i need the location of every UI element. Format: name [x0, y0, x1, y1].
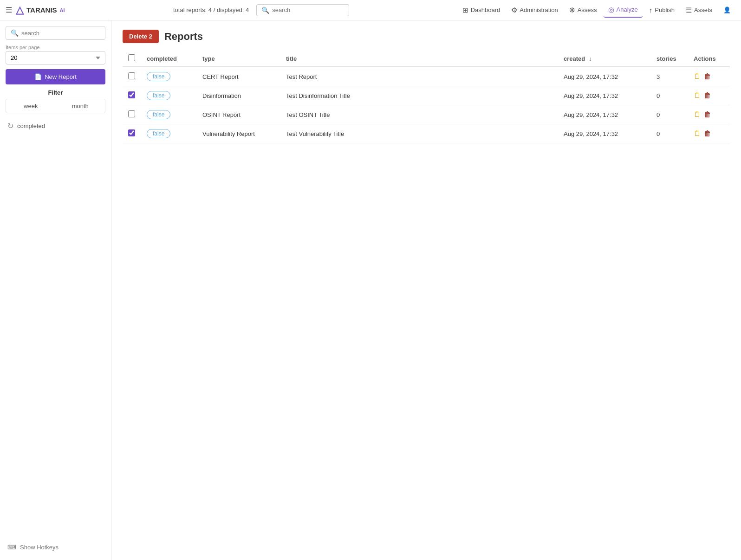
brand: △ TARANIS AI	[16, 4, 65, 16]
th-completed: completed	[141, 51, 197, 67]
nav-item-administration-label: Administration	[520, 6, 558, 13]
nav-item-assess-label: Assess	[578, 6, 597, 13]
cell-checkbox-2	[123, 105, 141, 124]
cell-created-3: Aug 29, 2024, 17:32	[558, 124, 651, 143]
cell-created-1: Aug 29, 2024, 17:32	[558, 86, 651, 105]
cell-actions-3: 🗒 🗑	[688, 124, 730, 143]
completed-badge-3: false	[147, 129, 170, 138]
filter-tabs: week month	[6, 99, 105, 113]
sidebar-footer: ⌨ Show Hotkeys	[6, 540, 105, 554]
cell-completed-2: false	[141, 105, 197, 124]
assets-icon: ☰	[686, 6, 692, 14]
search-icon: 🔍	[261, 6, 269, 14]
sidebar-search-wrapper[interactable]: 🔍	[6, 26, 105, 40]
cell-completed-1: false	[141, 86, 197, 105]
show-hotkeys[interactable]: ⌨ Show Hotkeys	[6, 540, 105, 554]
nav-item-assess[interactable]: ❋ Assess	[565, 3, 602, 17]
nav-item-assets[interactable]: ☰ Assets	[681, 3, 717, 17]
nav-item-dashboard-label: Dashboard	[471, 6, 500, 13]
table-header: completed type title created ↓ stories A…	[123, 51, 730, 67]
filter-tab-month[interactable]: month	[56, 99, 105, 113]
cell-type-0: CERT Report	[197, 67, 280, 86]
completed-badge-1: false	[147, 91, 170, 100]
cell-checkbox-3	[123, 124, 141, 143]
row-checkbox-1[interactable]	[128, 91, 135, 98]
delete-row-icon-2[interactable]: 🗑	[704, 110, 711, 119]
action-icons-0: 🗒 🗑	[694, 72, 724, 81]
table-row: false Vulnerability Report Test Vulnerab…	[123, 124, 730, 143]
administration-icon: ⚙	[511, 6, 517, 14]
cell-stories-3: 0	[651, 124, 688, 143]
row-checkbox-0[interactable]	[128, 72, 135, 79]
main-header: Delete 2 Reports	[123, 30, 730, 43]
th-created[interactable]: created ↓	[558, 51, 651, 67]
sidebar-search-icon: 🔍	[11, 29, 19, 37]
topnav-search[interactable]: 🔍	[256, 4, 349, 16]
nav-item-publish[interactable]: ↑ Publish	[644, 3, 679, 17]
copy-icon-0[interactable]: 🗒	[694, 72, 701, 81]
sort-created-icon: ↓	[589, 55, 592, 62]
hotkeys-icon: ⌨	[7, 544, 16, 551]
nav-item-administration[interactable]: ⚙ Administration	[507, 3, 562, 17]
layout: 🔍 Items per page 20 50 100 📄 New Report …	[0, 20, 741, 560]
main-content: Delete 2 Reports completed type title cr…	[111, 20, 741, 560]
sidebar: 🔍 Items per page 20 50 100 📄 New Report …	[0, 20, 111, 560]
nav-item-user[interactable]: 👤	[719, 4, 735, 16]
filter-tab-week[interactable]: week	[6, 99, 56, 113]
completed-icon: ↻	[7, 122, 13, 130]
th-title: title	[280, 51, 558, 67]
dashboard-icon: ⊞	[462, 6, 468, 14]
brand-logo-icon: △	[16, 4, 24, 16]
cell-completed-0: false	[141, 67, 197, 86]
cell-title-0: Test Report	[280, 67, 558, 86]
nav-item-analyze[interactable]: ◎ Analyze	[604, 3, 643, 18]
nav-item-analyze-label: Analyze	[617, 6, 638, 13]
cell-title-1: Test Disinformation Title	[280, 86, 558, 105]
nav-item-publish-label: Publish	[655, 6, 675, 13]
th-type: type	[197, 51, 280, 67]
cell-actions-2: 🗒 🗑	[688, 105, 730, 124]
filter-section: Filter week month	[6, 89, 105, 113]
row-checkbox-2[interactable]	[128, 110, 135, 117]
items-per-page-wrapper: Items per page 20 50 100	[6, 45, 105, 64]
items-per-page-select[interactable]: 20 50 100	[6, 51, 105, 64]
assess-icon: ❋	[569, 6, 575, 14]
filter-label: Filter	[6, 89, 105, 96]
cell-stories-1: 0	[651, 86, 688, 105]
cell-actions-0: 🗒 🗑	[688, 67, 730, 86]
cell-stories-2: 0	[651, 105, 688, 124]
completed-badge-2: false	[147, 110, 170, 119]
nav-item-dashboard[interactable]: ⊞ Dashboard	[458, 3, 505, 17]
sidebar-search-input[interactable]	[21, 30, 100, 37]
total-reports-label: total reports: 4 / displayed: 4	[173, 6, 249, 13]
copy-icon-3[interactable]: 🗒	[694, 129, 701, 138]
cell-created-2: Aug 29, 2024, 17:32	[558, 105, 651, 124]
nav-items: ⊞ Dashboard ⚙ Administration ❋ Assess ◎ …	[458, 3, 735, 18]
cell-type-1: Disinformation	[197, 86, 280, 105]
select-all-checkbox[interactable]	[128, 54, 135, 61]
completed-label: completed	[17, 122, 45, 129]
brand-suffix: AI	[60, 7, 65, 13]
delete-row-icon-1[interactable]: 🗑	[704, 91, 711, 100]
new-report-label: New Report	[45, 73, 77, 80]
row-checkbox-3[interactable]	[128, 129, 135, 136]
delete-row-icon-0[interactable]: 🗑	[704, 72, 711, 81]
copy-icon-1[interactable]: 🗒	[694, 91, 701, 100]
hamburger-icon[interactable]: ☰	[6, 6, 12, 14]
cell-created-0: Aug 29, 2024, 17:32	[558, 67, 651, 86]
delete-row-icon-3[interactable]: 🗑	[704, 129, 711, 138]
nav-item-assets-label: Assets	[694, 6, 712, 13]
completed-filter[interactable]: ↻ completed	[6, 118, 105, 134]
table-row: false CERT Report Test Report Aug 29, 20…	[123, 67, 730, 86]
cell-checkbox-1	[123, 86, 141, 105]
topnav-search-input[interactable]	[272, 6, 344, 13]
items-per-page-label: Items per page	[6, 45, 105, 50]
new-report-button[interactable]: 📄 New Report	[6, 69, 105, 84]
delete-button[interactable]: Delete 2	[123, 30, 159, 43]
action-icons-2: 🗒 🗑	[694, 110, 724, 119]
th-stories: stories	[651, 51, 688, 67]
th-actions: Actions	[688, 51, 730, 67]
cell-type-2: OSINT Report	[197, 105, 280, 124]
copy-icon-2[interactable]: 🗒	[694, 110, 701, 119]
page-title: Reports	[164, 31, 203, 43]
